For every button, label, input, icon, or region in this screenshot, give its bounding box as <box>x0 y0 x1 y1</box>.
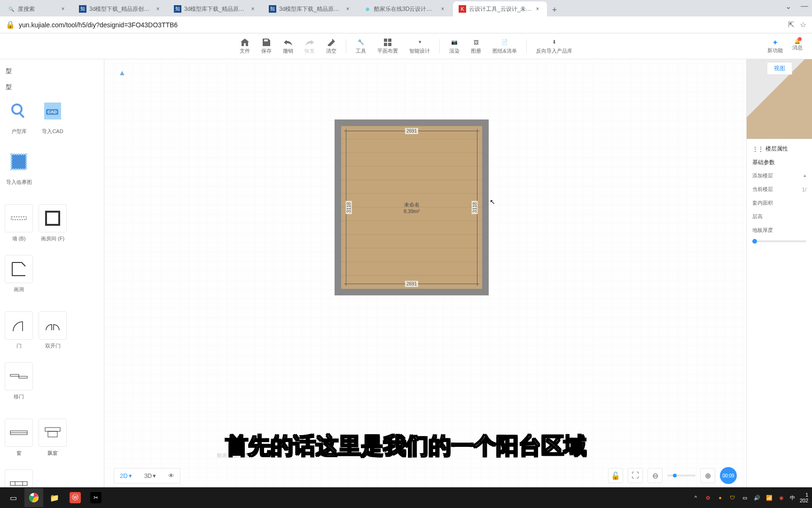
bookmark-icon[interactable]: ☆ <box>800 20 806 29</box>
tool-door[interactable]: 门 <box>4 310 34 357</box>
tool-label: 导入CAD <box>42 128 63 135</box>
tray-icon-4[interactable]: ▭ <box>741 494 749 501</box>
tool-house-library[interactable]: 户型库 <box>4 95 34 142</box>
svg-rect-17 <box>45 428 60 431</box>
layout-button[interactable]: 平面布置 <box>372 36 404 56</box>
zoom-out-button[interactable]: ⊖ <box>648 468 663 483</box>
toolbar-label: 文件 <box>240 48 250 55</box>
url-text[interactable]: yun.kujiale.com/tool/h5/diy?designid=3FO… <box>19 21 788 29</box>
tool-wall[interactable]: 墙 (B) <box>4 202 34 249</box>
3d-preview[interactable]: 视图 <box>747 59 812 139</box>
tool-import-cad[interactable]: CAD导入CAD <box>38 95 68 142</box>
app-button-1[interactable]: ⓦ <box>66 488 85 507</box>
left-tool-panel[interactable]: 型 型 户型库 CAD导入CAD 导入临摹图 墙 (B) 画房间 (F) 画洞 … <box>0 59 104 487</box>
svg-rect-18 <box>48 431 57 437</box>
taskbar-time[interactable]: 1 <box>800 492 808 498</box>
add-icon[interactable]: + <box>804 173 806 179</box>
explorer-button[interactable]: 📁 <box>45 488 64 507</box>
lock-icon[interactable]: 🔒 <box>6 20 15 29</box>
tool-label: 移门 <box>14 393 24 400</box>
tray-icon-2[interactable]: ● <box>717 494 724 501</box>
eye-view-button[interactable]: 👁 <box>164 469 179 482</box>
browser-tab-3[interactable]: 知3d模型库下载_精品原创3d模型× <box>263 1 357 16</box>
compass-icon: ▲ <box>118 69 126 77</box>
tool-double-door[interactable]: 双开门 <box>38 310 68 357</box>
browser-tab-1[interactable]: 知3d模型下载_精品原创3d模型库× <box>73 1 167 16</box>
browser-tab-2[interactable]: 知3d模型库下载_精品原创3d模型× <box>168 1 262 16</box>
chrome-button[interactable] <box>24 488 43 507</box>
close-icon[interactable]: × <box>439 5 446 13</box>
separator <box>526 39 527 53</box>
browser-tab-5[interactable]: K云设计工具_云设计_未命名× <box>453 1 547 16</box>
2d-view-button[interactable]: 2D▾ <box>115 469 137 482</box>
close-icon[interactable]: × <box>59 5 67 13</box>
tool-draw-opening[interactable]: 画洞 <box>4 253 34 300</box>
thickness-slider[interactable] <box>752 240 806 242</box>
tool-label: 飘窗 <box>47 450 58 457</box>
time-badge[interactable]: 00:09 <box>720 467 737 484</box>
tray-icon-5[interactable]: ◉ <box>778 494 785 501</box>
tray-icon-1[interactable]: ✿ <box>704 494 712 501</box>
toolbar-label: 工具 <box>356 48 366 55</box>
tab-favicon: 知 <box>269 5 276 13</box>
toolbar-label: 消息 <box>792 44 803 51</box>
new-tab-button[interactable]: + <box>548 3 561 16</box>
minimize-icon[interactable]: — <box>801 2 808 11</box>
render-button[interactable]: 📷渲染 <box>444 36 465 56</box>
tool-window[interactable]: 窗 <box>4 417 34 464</box>
tray-up-icon[interactable]: ^ <box>692 494 700 501</box>
toolbar-label: 恢复 <box>304 48 315 55</box>
import-button[interactable]: ⬇反向导入产品库 <box>531 36 578 56</box>
tool-draw-room[interactable]: 画房间 (F) <box>38 202 68 249</box>
close-icon[interactable]: × <box>344 5 351 13</box>
floor-plan-canvas[interactable]: ▲ 2691 2691 3118 3118 未命名 8.39m² ↖ 酷家乐技术… <box>104 59 746 487</box>
tray-wifi-icon[interactable]: 📶 <box>765 494 773 501</box>
3d-view-button[interactable]: 3D▾ <box>140 469 161 482</box>
prop-add-floor[interactable]: 添加楼层+ <box>752 172 806 179</box>
tool-label: 画房间 (F) <box>41 235 64 242</box>
ime-indicator[interactable]: 中 <box>790 494 795 501</box>
close-icon[interactable]: × <box>154 5 162 13</box>
doc-icon: 📄 <box>500 38 509 47</box>
tray-icon-3[interactable]: 🛡 <box>729 494 736 501</box>
slider-thumb[interactable] <box>752 239 757 244</box>
messages-button[interactable]: 🔔消息 <box>792 38 803 54</box>
browser-tab-0[interactable]: 🔍度搜索× <box>2 1 72 16</box>
save-button[interactable]: 保存 <box>256 36 277 56</box>
tool-import-trace[interactable]: 导入临摹图 <box>4 146 34 193</box>
app-button-2[interactable]: ✂ <box>86 488 105 507</box>
browser-tab-4[interactable]: ⊕酷家乐在线3D云设计软件_室内× <box>358 1 452 16</box>
taskview-button[interactable]: ▭ <box>4 488 23 507</box>
new-features-button[interactable]: ✦新功能 <box>767 38 783 54</box>
tool-floor-window[interactable]: 落地窗 <box>4 468 34 487</box>
drawings-button[interactable]: 📄图纸&清单 <box>487 36 522 56</box>
close-icon[interactable]: × <box>534 5 541 13</box>
toolbar-label: 新功能 <box>767 47 783 54</box>
zoom-in-button[interactable]: ⊕ <box>700 468 715 483</box>
undo-button[interactable]: 撤销 <box>277 36 299 56</box>
gallery-button[interactable]: 🖼图册 <box>465 36 487 56</box>
lock-button[interactable]: 🔓 <box>608 468 623 483</box>
redo-icon <box>305 38 314 47</box>
toolbar-label: 图纸&清单 <box>492 48 516 55</box>
chevron-down-icon[interactable]: ⌄ <box>785 2 791 11</box>
close-icon[interactable]: × <box>249 5 257 13</box>
taskbar-date[interactable]: 202 <box>800 498 808 503</box>
clear-button[interactable]: 清空 <box>320 36 342 56</box>
share-icon[interactable]: ⇱ <box>788 20 794 29</box>
fit-button[interactable]: ⛶ <box>628 468 643 483</box>
tools-button[interactable]: 🔧工具 <box>350 36 372 56</box>
tray-volume-icon[interactable]: 🔊 <box>753 494 761 501</box>
view-tab[interactable]: 视图 <box>767 62 792 75</box>
file-button[interactable]: 文件 <box>234 36 256 56</box>
tool-bay-window[interactable]: 飘窗 <box>38 417 68 464</box>
tab-title: 酷家乐在线3D云设计软件_室内 <box>374 5 437 13</box>
zoom-slider[interactable] <box>667 475 695 476</box>
smart-design-button[interactable]: ✦智能设计 <box>404 36 436 56</box>
room-shape[interactable]: 2691 2691 3118 3118 未命名 8.39m² <box>335 119 489 295</box>
toolbar-label: 平面布置 <box>377 48 398 55</box>
tool-sliding-door[interactable]: 移门 <box>4 360 34 407</box>
redo-button[interactable]: 恢复 <box>299 36 320 56</box>
tab-title: 3d模型库下载_精品原创3d模型 <box>279 5 342 13</box>
dimension-bottom: 2691 <box>405 281 418 287</box>
